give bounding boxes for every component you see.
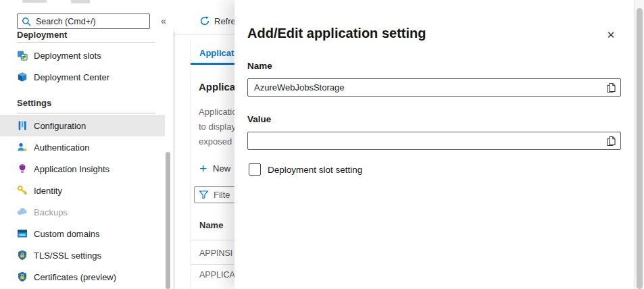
table-header-name: Name [199, 220, 223, 230]
table-row[interactable]: APPLICA [199, 270, 234, 280]
copy-icon [606, 82, 616, 93]
sidebar-item-label: Deployment Center [34, 72, 109, 82]
azure-portal-page: « Deployment Deployment slots D [0, 0, 644, 289]
authentication-icon [17, 142, 28, 153]
sidebar-item-label: Configuration [34, 121, 86, 131]
sidebar-section-settings: Settings [17, 98, 51, 108]
sidebar-scrollbar-thumb[interactable] [166, 152, 170, 289]
application-insights-icon [17, 163, 28, 174]
cropped-text-remnant [71, 0, 90, 3]
section-heading: Applicat [199, 81, 234, 93]
sidebar: « Deployment Deployment slots D [0, 0, 174, 289]
sidebar-item-label: Certificates (preview) [34, 272, 116, 282]
panel-title: Add/Edit application setting [247, 26, 426, 41]
sidebar-item-label: Deployment slots [34, 51, 101, 61]
filter-icon [199, 190, 209, 200]
description-line: Applicatio [199, 107, 234, 117]
sidebar-item-configuration[interactable]: Configuration [0, 115, 165, 136]
new-button-label: New [213, 163, 230, 174]
sidebar-item-authentication[interactable]: Authentication [0, 136, 165, 158]
refresh-button[interactable]: Refre [199, 16, 234, 26]
name-input[interactable] [248, 79, 620, 96]
sidebar-search[interactable] [17, 14, 150, 29]
divider [174, 34, 234, 34]
search-icon [22, 17, 31, 26]
copy-name-button[interactable] [605, 82, 617, 94]
table-row[interactable]: APPINSI [199, 248, 232, 258]
backups-icon [17, 207, 28, 217]
sidebar-item-application-insights[interactable]: Application Insights [0, 158, 165, 180]
value-input[interactable] [248, 132, 620, 149]
page-scrollbar-thumb[interactable] [637, 8, 643, 289]
sidebar-item-tls-ssl-settings[interactable]: TLS/SSL settings [0, 244, 165, 266]
tls-ssl-icon [17, 250, 28, 261]
filter-input[interactable] [214, 190, 234, 200]
search-input[interactable] [36, 17, 145, 26]
configuration-icon [17, 120, 28, 131]
value-field [247, 132, 621, 150]
divider [191, 264, 234, 265]
tab-application-settings[interactable]: Applicatio [199, 48, 234, 58]
description-line: to display [199, 122, 234, 132]
sidebar-item-label: Application Insights [34, 164, 109, 174]
value-field-label: Value [247, 114, 271, 124]
new-application-setting-button[interactable]: + New [199, 162, 230, 175]
divider [17, 113, 155, 113]
sidebar-item-deployment-slots[interactable]: Deployment slots [0, 45, 165, 66]
page-scrollbar-track[interactable] [634, 0, 644, 289]
identity-icon [17, 185, 28, 196]
refresh-label: Refre [214, 16, 234, 26]
certificates-icon [17, 271, 28, 282]
sidebar-item-deployment-center[interactable]: Deployment Center [0, 66, 165, 88]
sidebar-item-custom-domains[interactable]: www Custom domains [0, 223, 165, 244]
sidebar-item-label: TLS/SSL settings [34, 251, 101, 261]
copy-icon [606, 136, 616, 147]
sidebar-item-label: Backups [34, 207, 68, 217]
divider [17, 42, 155, 43]
name-field-label: Name [247, 61, 272, 71]
custom-domains-icon: www [17, 228, 28, 239]
description-line: exposed a [199, 136, 234, 147]
collapse-sidebar-button[interactable]: « [157, 14, 170, 28]
deployment-slot-setting-label: Deployment slot setting [268, 165, 362, 175]
deployment-slots-icon [17, 50, 28, 61]
name-field [247, 78, 621, 97]
deployment-slot-setting-checkbox[interactable] [249, 163, 261, 176]
sidebar-item-label: Authentication [34, 142, 89, 153]
refresh-icon [199, 16, 210, 26]
www-text: www [20, 234, 25, 236]
sidebar-item-label: Custom domains [34, 229, 100, 239]
close-icon[interactable]: ✕ [603, 28, 618, 43]
configuration-content: Refre Applicatio Applicat Applicatio to … [174, 0, 234, 289]
sidebar-section-deployment: Deployment [17, 30, 67, 40]
sidebar-item-certificates[interactable]: Certificates (preview) [0, 266, 165, 288]
sidebar-item-identity[interactable]: Identity [0, 180, 165, 201]
copy-value-button[interactable] [605, 135, 617, 147]
add-edit-application-setting-panel: Add/Edit application setting ✕ Name Valu… [234, 0, 634, 289]
tab-active-underline [191, 63, 234, 65]
sidebar-item-backups[interactable]: Backups [0, 201, 165, 223]
cropped-text-remnant [22, 0, 47, 3]
filter-box[interactable] [194, 186, 234, 203]
content-card-border [191, 41, 191, 289]
divider [191, 240, 234, 240]
sidebar-item-label: Identity [34, 186, 62, 196]
deployment-center-icon [17, 72, 28, 82]
plus-icon: + [199, 162, 207, 175]
